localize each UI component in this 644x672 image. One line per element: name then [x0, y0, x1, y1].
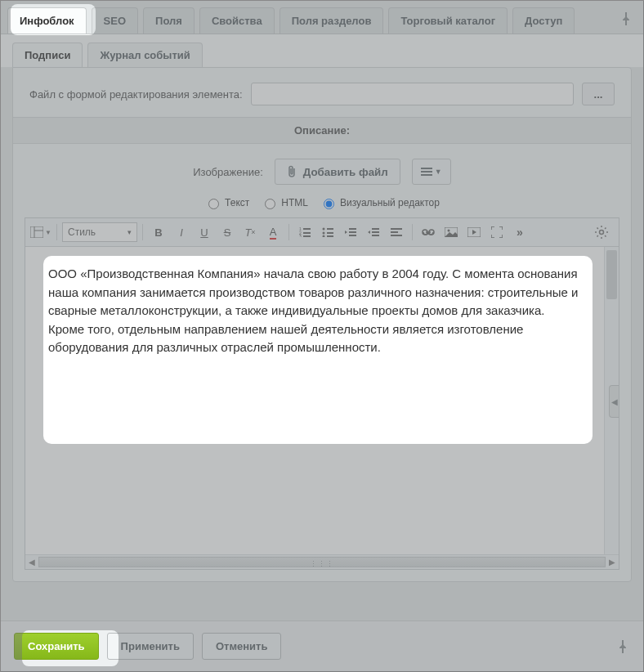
tab-section-fields[interactable]: Поля разделов [280, 7, 384, 34]
save-button[interactable]: Сохранить [14, 633, 99, 660]
clear-format-icon[interactable]: T× [239, 222, 261, 243]
scroll-right-icon[interactable]: ▶ [606, 555, 619, 569]
tab-trade-catalog[interactable]: Торговый каталог [388, 7, 508, 34]
gear-icon[interactable] [591, 222, 612, 243]
editor-mode-radios: Текст HTML Визуальный редактор [13, 195, 631, 217]
add-file-label: Добавить файл [303, 166, 388, 178]
editor-area: ООО «Производственная Компания» начала с… [25, 247, 619, 554]
tab-label: Свойства [212, 15, 262, 27]
cancel-button[interactable]: Отменить [202, 633, 282, 660]
radio-visual[interactable]: Визуальный редактор [320, 196, 440, 209]
scroll-thumb[interactable] [606, 250, 617, 299]
chevron-down-icon: ▾ [127, 228, 132, 236]
tab-fields[interactable]: Поля [143, 7, 195, 34]
scroll-left-icon[interactable]: ◀ [25, 555, 38, 569]
image-label: Изображение: [193, 166, 263, 178]
svg-rect-0 [30, 226, 43, 238]
tab-infoblock[interactable]: Инфоблок [7, 7, 87, 34]
pin-icon[interactable] [620, 12, 632, 25]
image-row: Изображение: Добавить файл ▼ [13, 144, 631, 195]
link-icon[interactable] [418, 222, 439, 243]
add-file-button[interactable]: Добавить файл [275, 159, 400, 185]
horizontal-scrollbar[interactable]: ◀ ⋮⋮⋮ ▶ [25, 554, 619, 569]
unordered-list-icon[interactable] [317, 222, 338, 243]
pin-icon[interactable] [617, 640, 628, 653]
style-select[interactable]: Стиль▾ [62, 222, 137, 242]
tab-label: Подписи [25, 49, 70, 61]
svg-point-9 [323, 228, 325, 231]
collapse-handle[interactable]: ◀ [609, 385, 619, 418]
radio-text-input[interactable] [208, 199, 219, 209]
image-menu-button[interactable]: ▼ [412, 159, 451, 185]
fullscreen-icon[interactable] [486, 222, 508, 243]
strike-icon[interactable]: S [217, 222, 238, 243]
browse-button[interactable]: ... [582, 83, 615, 105]
radio-text[interactable]: Текст [204, 196, 249, 209]
paperclip-icon [287, 165, 297, 178]
radio-label: Текст [225, 197, 249, 208]
tab-label: Журнал событий [100, 49, 190, 61]
tab-label: Поля разделов [292, 15, 372, 27]
bold-icon[interactable]: B [148, 222, 169, 243]
ordered-list-icon[interactable]: 123 [294, 222, 315, 243]
tab-seo[interactable]: SEO [92, 7, 138, 34]
svg-point-11 [323, 232, 325, 235]
italic-icon[interactable]: I [171, 222, 192, 243]
indent-icon[interactable] [363, 222, 384, 243]
radio-html-input[interactable] [265, 199, 275, 209]
hamburger-icon [421, 168, 432, 176]
footer: Сохранить Применить Отменить [1, 620, 643, 671]
chevron-down-icon: ▼ [435, 168, 442, 176]
radio-label: HTML [281, 197, 308, 208]
apply-button[interactable]: Применить [107, 633, 194, 660]
tab-signatures[interactable]: Подписи [12, 43, 83, 67]
video-icon[interactable] [463, 222, 485, 243]
svg-text:3: 3 [299, 234, 302, 237]
inner-panel: Файл с формой редактирования элемента: .… [12, 67, 632, 582]
text-color-icon[interactable]: A [262, 222, 284, 243]
tab-label: Инфоблок [20, 15, 74, 27]
svg-point-13 [323, 235, 325, 238]
tab-label: Поля [155, 15, 182, 27]
svg-point-28 [448, 230, 450, 232]
tab-label: SEO [104, 15, 126, 27]
more-icon[interactable]: » [509, 222, 530, 243]
underline-icon[interactable]: U [194, 222, 215, 243]
page: Инфоблок SEO Поля Свойства Поля разделов… [0, 0, 644, 672]
edit-file-label: Файл с формой редактирования элемента: [29, 88, 243, 101]
image-icon[interactable] [441, 222, 462, 243]
editor-toolbar: ▼ Стиль▾ B I U S T× A 123 [25, 218, 619, 247]
outdent-icon[interactable] [340, 222, 361, 243]
description-header: Описание: [13, 117, 631, 144]
edit-file-input[interactable] [251, 83, 574, 105]
top-tab-row: Инфоблок SEO Поля Свойства Поля разделов… [1, 1, 643, 34]
align-left-icon[interactable] [386, 222, 407, 243]
radio-html[interactable]: HTML [261, 196, 308, 209]
tab-access[interactable]: Доступ [512, 7, 575, 34]
tab-label: Доступ [525, 15, 562, 27]
scroll-thumb[interactable]: ⋮⋮⋮ [38, 557, 606, 567]
sub-tab-row: Подписи Журнал событий [1, 34, 643, 67]
tab-label: Торговый каталог [400, 15, 495, 27]
template-icon[interactable]: ▼ [30, 222, 51, 243]
radio-label: Визуальный редактор [340, 197, 440, 208]
tab-properties[interactable]: Свойства [199, 7, 275, 34]
editor: ▼ Стиль▾ B I U S T× A 123 [25, 217, 619, 570]
edit-file-row: Файл с формой редактирования элемента: .… [13, 79, 631, 117]
svg-point-30 [600, 231, 604, 235]
style-select-label: Стиль [68, 226, 96, 238]
tab-event-log[interactable]: Журнал событий [87, 43, 202, 67]
editor-content[interactable]: ООО «Производственная Компания» начала с… [25, 247, 604, 554]
radio-visual-input[interactable] [324, 199, 334, 209]
